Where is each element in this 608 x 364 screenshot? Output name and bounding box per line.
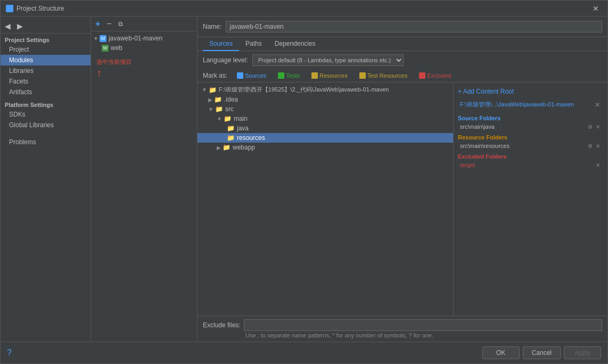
webapp-folder-icon: 📁 xyxy=(223,144,231,151)
remove-module-button[interactable]: − xyxy=(104,19,113,29)
title-bar-left: Project Structure xyxy=(6,5,64,12)
mark-sources-button[interactable]: Sources xyxy=(233,71,270,80)
resource-folder-buttons: ⚙ ✕ xyxy=(587,143,601,149)
close-button[interactable]: ✕ xyxy=(589,3,602,14)
tests-icon xyxy=(278,72,284,79)
file-tree-src[interactable]: ▼ 📁 src xyxy=(198,104,453,114)
java-folder-icon: 📁 xyxy=(227,125,235,132)
excluded-folder-row: target ✕ xyxy=(458,161,603,169)
bottom-area: Exclude files: Use ; to separate name pa… xyxy=(198,316,607,342)
sidebar-item-modules[interactable]: Modules xyxy=(1,55,91,65)
module-icon: M xyxy=(100,35,106,42)
content-area: Name: Sources Paths Dependencies Languag… xyxy=(198,16,607,342)
source-folder-path: src\main\java xyxy=(460,123,587,130)
tab-dependencies[interactable]: Dependencies xyxy=(268,37,322,51)
exclude-files-label: Exclude files: xyxy=(203,321,241,329)
annotation-area: 选中当前项目 ↑ xyxy=(96,58,132,79)
resource-folder-remove-btn[interactable]: ✕ xyxy=(595,143,601,149)
content-root-path: F:\班级管理\...\JavaWeb\javaweb-01-maven ✕ xyxy=(458,100,603,110)
platform-settings-title: Platform Settings xyxy=(1,97,91,109)
nav-back-button[interactable]: ◀ xyxy=(3,21,13,31)
file-tree-panel: ▼ 📁 F:\班级管理\西开【19525】\2._代码\JavaWeb\java… xyxy=(198,82,453,316)
tabs-row: Sources Paths Dependencies xyxy=(198,37,607,51)
root-folder-icon: 📁 xyxy=(209,86,217,94)
main-arrow: ▼ xyxy=(217,116,222,122)
dialog-buttons: ? OK Cancel Apply xyxy=(1,342,607,363)
source-folder-row: src\main\java ⚙ ✕ xyxy=(458,122,603,131)
excluded-folder-remove-btn[interactable]: ✕ xyxy=(595,162,601,168)
tab-paths[interactable]: Paths xyxy=(239,37,268,51)
annotation-arrow-down: ↑ xyxy=(96,67,132,79)
help-icon[interactable]: ? xyxy=(7,348,12,358)
sidebar-item-artifacts[interactable]: Artifacts xyxy=(1,87,91,97)
src-arrow: ▼ xyxy=(208,106,213,112)
mark-tests-button[interactable]: Tests xyxy=(274,71,304,80)
resource-folder-path: src\main\resources xyxy=(460,143,587,149)
main-content: ◀ ▶ Project Settings Project Modules Lib… xyxy=(1,16,607,342)
file-tree-root[interactable]: ▼ 📁 F:\班级管理\西开【19525】\2._代码\JavaWeb\java… xyxy=(198,85,453,95)
tree-expand-arrow: ▼ xyxy=(93,36,98,42)
name-label: Name: xyxy=(203,23,221,30)
mark-as-label: Mark as: xyxy=(203,72,227,79)
exclude-row: Exclude files: xyxy=(203,319,602,331)
file-tree-webapp[interactable]: ▶ 📁 webapp xyxy=(198,143,453,152)
name-input[interactable] xyxy=(226,21,602,32)
annotation-text: 选中当前项目 xyxy=(96,58,132,66)
module-tree-content: ▼ M javaweb-01-maven W web 选中当前项目 ↑ xyxy=(91,31,197,55)
language-level-select[interactable]: Project default (8 - Lambdas, type annot… xyxy=(252,54,404,66)
remove-content-root-button[interactable]: ✕ xyxy=(594,101,601,109)
language-row: Language level: Project default (8 - Lam… xyxy=(198,51,607,69)
sidebar-item-project[interactable]: Project xyxy=(1,44,91,55)
mark-excluded-button[interactable]: Excluded xyxy=(415,71,455,80)
mark-test-resources-button[interactable]: Test Resources xyxy=(355,71,412,80)
exclude-files-input[interactable] xyxy=(244,319,602,331)
sidebar-item-problems[interactable]: Problems xyxy=(1,137,91,147)
file-tree-idea[interactable]: ▶ 📁 .idea xyxy=(198,95,453,104)
tree-item-javaweb[interactable]: ▼ M javaweb-01-maven xyxy=(91,34,197,43)
mark-as-row: Mark as: Sources Tests Resources xyxy=(198,69,607,82)
test-resources-icon xyxy=(359,72,366,79)
file-tree-resources[interactable]: 📁 resources xyxy=(198,133,453,143)
split-area: ▼ 📁 F:\班级管理\西开【19525】\2._代码\JavaWeb\java… xyxy=(198,82,607,316)
apply-button[interactable]: Apply xyxy=(564,346,601,359)
source-folders-title: Source Folders xyxy=(458,113,603,122)
add-content-root-button[interactable]: + Add Content Root xyxy=(458,87,603,96)
module-icon-web: W xyxy=(102,45,109,52)
resource-folder-row: src\main\resources ⚙ ✕ xyxy=(458,142,603,150)
root-arrow: ▼ xyxy=(202,87,207,93)
add-module-button[interactable]: + xyxy=(93,19,102,29)
tab-sources[interactable]: Sources xyxy=(203,37,239,51)
dialog-title: Project Structure xyxy=(17,5,64,12)
nav-forward-button[interactable]: ▶ xyxy=(15,21,25,31)
cancel-button[interactable]: Cancel xyxy=(523,346,561,359)
file-tree-main[interactable]: ▼ 📁 main xyxy=(198,114,453,123)
tree-item-web[interactable]: W web xyxy=(91,43,197,53)
sidebar: ◀ ▶ Project Settings Project Modules Lib… xyxy=(1,16,91,342)
sources-content: Language level: Project default (8 - Lam… xyxy=(198,51,607,342)
sidebar-item-libraries[interactable]: Libraries xyxy=(1,65,91,76)
idea-arrow: ▶ xyxy=(208,97,212,103)
sidebar-item-facets[interactable]: Facets xyxy=(1,76,91,87)
project-settings-title: Project Settings xyxy=(1,34,91,44)
sources-icon xyxy=(237,72,243,79)
sidebar-item-global-libraries[interactable]: Global Libraries xyxy=(1,120,91,130)
resource-folders-title: Resource Folders xyxy=(458,132,603,142)
resource-folder-properties-btn[interactable]: ⚙ xyxy=(587,143,594,149)
mark-resources-button[interactable]: Resources xyxy=(307,71,352,80)
ok-button[interactable]: OK xyxy=(482,346,520,359)
source-folder-buttons: ⚙ ✕ xyxy=(587,124,601,130)
file-tree-java[interactable]: 📁 java xyxy=(198,123,453,133)
main-folder-icon: 📁 xyxy=(224,115,232,122)
webapp-arrow: ▶ xyxy=(217,145,221,151)
copy-module-button[interactable]: ⧉ xyxy=(116,20,125,28)
source-folder-remove-btn[interactable]: ✕ xyxy=(595,124,601,130)
excluded-folders-title: Excluded Folders xyxy=(458,151,603,161)
excluded-icon xyxy=(419,72,425,79)
dialog-icon xyxy=(6,5,13,12)
excluded-folder-path: target xyxy=(460,162,595,168)
right-panel: + Add Content Root F:\班级管理\...\JavaWeb\j… xyxy=(453,82,607,316)
source-folder-properties-btn[interactable]: ⚙ xyxy=(587,124,594,130)
sidebar-nav-bar: ◀ ▶ xyxy=(1,19,91,34)
sidebar-item-sdks[interactable]: SDKs xyxy=(1,109,91,120)
module-tree-toolbar: + − ⧉ xyxy=(91,16,197,31)
